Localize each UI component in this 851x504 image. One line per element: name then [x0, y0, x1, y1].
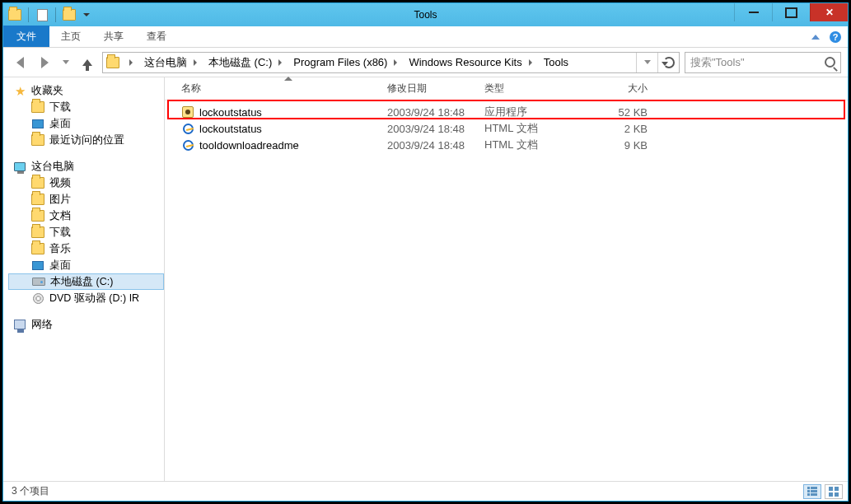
tree-item-documents[interactable]: 文档	[8, 208, 164, 224]
tree-item-local-disk-c[interactable]: 本地磁盘 (C:)	[8, 273, 164, 290]
desktop-icon	[31, 117, 44, 130]
forward-button[interactable]	[35, 53, 54, 72]
separator	[28, 7, 29, 22]
application-icon	[181, 105, 194, 119]
html-icon	[181, 122, 194, 135]
file-rows: lockoutstatus 2003/9/24 18:48 应用程序 52 KB…	[165, 100, 848, 153]
help-icon[interactable]: ?	[830, 31, 841, 43]
folder-icon	[31, 242, 44, 255]
folder-icon	[31, 226, 44, 239]
sort-asc-icon	[284, 77, 292, 81]
tree-item-downloads2[interactable]: 下载	[8, 224, 164, 240]
address-bar[interactable]: 这台电脑 本地磁盘 (C:) Program Files (x86) Windo…	[102, 52, 680, 73]
folder-icon	[31, 176, 44, 189]
folder-icon	[31, 209, 44, 222]
tree-item-videos[interactable]: 视频	[8, 175, 164, 191]
breadcrumb-item[interactable]: 这台电脑	[139, 53, 202, 72]
close-button[interactable]	[810, 3, 848, 21]
col-date[interactable]: 修改日期	[387, 82, 484, 96]
details-view-icon	[807, 487, 817, 496]
ribbon-tabs: 文件 主页 共享 查看 ?	[3, 26, 848, 48]
col-size[interactable]: 大小	[590, 82, 648, 96]
file-row[interactable]: tooldownloadreadme 2003/9/24 18:48 HTML …	[165, 137, 848, 153]
tree-item-desktop[interactable]: 桌面	[8, 115, 164, 132]
monitor-icon	[13, 160, 26, 173]
minimize-ribbon-icon[interactable]	[811, 35, 820, 40]
tab-home[interactable]: 主页	[49, 26, 92, 47]
navigation-bar: 这台电脑 本地磁盘 (C:) Program Files (x86) Windo…	[3, 48, 848, 77]
breadcrumb-item[interactable]: Tools	[539, 53, 573, 72]
up-button[interactable]	[77, 53, 97, 72]
refresh-button[interactable]	[657, 53, 679, 72]
search-icon	[825, 57, 835, 68]
navigation-tree: ★ 收藏夹 下载 桌面 最近访问的位置 这台电脑 视频 图片 文档 下载 音乐 …	[3, 77, 165, 481]
network-icon	[13, 318, 26, 331]
tab-share[interactable]: 共享	[92, 26, 135, 47]
explorer-window: Tools 文件 主页 共享 查看 ? 这台电脑 本地磁盘 (C:) Progr…	[2, 2, 849, 502]
tree-this-pc[interactable]: 这台电脑	[8, 158, 164, 175]
qat-dropdown-icon[interactable]	[79, 8, 92, 21]
maximize-button[interactable]	[772, 3, 810, 21]
folder-icon	[31, 133, 44, 147]
tree-item-music[interactable]: 音乐	[8, 240, 164, 257]
back-button[interactable]	[10, 53, 30, 72]
titlebar: Tools	[3, 3, 848, 26]
thumbnails-view-icon	[829, 487, 839, 497]
item-count: 3 个项目	[12, 484, 49, 498]
folder-icon	[31, 193, 44, 206]
tree-item-recent[interactable]: 最近访问的位置	[8, 132, 164, 148]
status-bar: 3 个项目	[3, 481, 848, 501]
tab-view[interactable]: 查看	[135, 26, 178, 47]
drive-icon	[32, 275, 45, 288]
chevron-right-icon	[394, 59, 397, 66]
separator	[55, 7, 56, 22]
refresh-icon	[663, 57, 675, 68]
search-input[interactable]: 搜索"Tools"	[685, 52, 841, 73]
tree-network[interactable]: 网络	[8, 316, 164, 333]
desktop-icon	[31, 259, 44, 272]
column-headers: 名称 修改日期 类型 大小	[165, 77, 848, 100]
chevron-right-icon	[194, 59, 197, 66]
html-icon	[181, 138, 194, 152]
folder-icon	[8, 8, 21, 21]
breadcrumb-item[interactable]: Program Files (x86)	[288, 53, 402, 72]
col-name[interactable]: 名称	[181, 82, 387, 96]
chevron-right-icon	[529, 59, 532, 66]
new-folder-icon[interactable]	[63, 8, 76, 21]
thumbnails-view-button[interactable]	[825, 484, 843, 499]
file-row[interactable]: lockoutstatus 2003/9/24 18:48 应用程序 52 KB	[165, 104, 848, 120]
tree-favorites[interactable]: ★ 收藏夹	[8, 82, 164, 99]
folder-icon	[106, 56, 119, 69]
properties-icon[interactable]	[35, 8, 49, 21]
window-title: Tools	[414, 9, 437, 21]
file-tab[interactable]: 文件	[3, 26, 49, 47]
history-dropdown[interactable]	[59, 53, 72, 72]
file-row[interactable]: lockoutstatus 2003/9/24 18:48 HTML 文档 2 …	[165, 120, 848, 137]
breadcrumb-item[interactable]: 本地磁盘 (C:)	[203, 53, 287, 72]
search-placeholder: 搜索"Tools"	[690, 55, 745, 70]
disc-icon	[31, 292, 44, 305]
body: ★ 收藏夹 下载 桌面 最近访问的位置 这台电脑 视频 图片 文档 下载 音乐 …	[3, 77, 848, 481]
breadcrumb-root[interactable]	[121, 53, 138, 72]
breadcrumb-item[interactable]: Windows Resource Kits	[404, 53, 536, 72]
minimize-button[interactable]	[734, 3, 772, 21]
tree-item-downloads[interactable]: 下载	[8, 99, 164, 115]
col-type[interactable]: 类型	[484, 82, 590, 96]
quick-access-toolbar	[3, 7, 92, 22]
file-list: 名称 修改日期 类型 大小 lockoutstatus 2003/9/24 18…	[165, 77, 848, 481]
address-dropdown[interactable]	[636, 53, 657, 72]
tree-item-pictures[interactable]: 图片	[8, 191, 164, 208]
details-view-button[interactable]	[803, 484, 821, 499]
star-icon: ★	[13, 84, 26, 97]
chevron-right-icon	[278, 59, 282, 66]
tree-item-dvd-drive[interactable]: DVD 驱动器 (D:) IR	[8, 290, 164, 306]
tree-item-desktop2[interactable]: 桌面	[8, 257, 164, 273]
window-controls	[734, 3, 848, 21]
folder-icon	[31, 100, 44, 114]
